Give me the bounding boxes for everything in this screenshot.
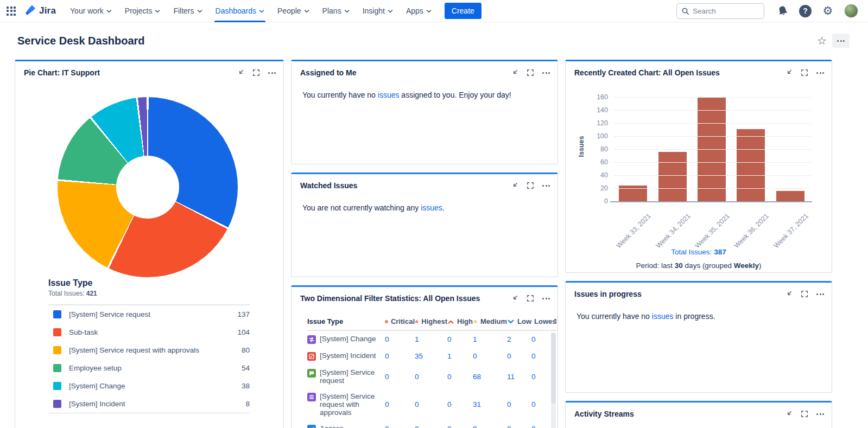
stat-value-link[interactable]: 0 <box>385 352 389 360</box>
stat-value[interactable]: 0 <box>415 373 447 381</box>
stat-value-link[interactable]: 1 <box>473 335 477 343</box>
maximize-icon[interactable] <box>801 410 808 418</box>
issues-link[interactable]: issues <box>652 312 674 321</box>
nav-item-filters[interactable]: Filters <box>167 0 208 22</box>
nav-item-plans[interactable]: Plans <box>316 0 356 22</box>
minimize-icon[interactable] <box>784 290 793 298</box>
stat-value[interactable]: 0 <box>415 425 447 428</box>
stat-value-link[interactable]: 0 <box>415 373 419 381</box>
maximize-icon[interactable] <box>801 290 808 298</box>
page-more-icon[interactable] <box>832 34 850 48</box>
more-icon[interactable] <box>542 297 550 301</box>
stat-value-link[interactable]: 0 <box>531 400 536 408</box>
stat-value-link[interactable]: 31 <box>473 400 481 408</box>
more-icon[interactable] <box>542 184 550 188</box>
stat-value-link[interactable]: 1 <box>447 352 452 360</box>
stat-value-link[interactable]: 0 <box>447 400 452 408</box>
stat-value-link[interactable]: 0 <box>473 352 477 360</box>
maximize-icon[interactable] <box>252 69 260 76</box>
stat-value-link[interactable]: 0 <box>385 335 389 343</box>
stat-value-link[interactable]: 0 <box>415 400 419 408</box>
more-icon[interactable] <box>816 292 824 296</box>
stat-value-link[interactable]: 0 <box>385 400 389 408</box>
stat-value[interactable]: 0 <box>473 352 507 360</box>
stat-value-link[interactable]: 0 <box>447 373 452 381</box>
minimize-icon[interactable] <box>510 182 518 190</box>
stat-value-link[interactable]: 0 <box>531 425 536 428</box>
table-scrollbar[interactable] <box>551 333 556 428</box>
chevron-down-icon <box>155 9 160 14</box>
stat-value-link[interactable]: 68 <box>473 373 481 381</box>
legend-item-value: 8 <box>245 400 250 408</box>
stat-value[interactable]: 0 <box>507 400 531 408</box>
user-avatar[interactable] <box>844 4 858 18</box>
more-icon[interactable] <box>268 71 276 75</box>
settings-gear-icon[interactable]: ⚙ <box>821 4 835 18</box>
stat-value[interactable]: 0 <box>385 425 415 428</box>
more-icon[interactable] <box>816 412 824 416</box>
stat-value[interactable]: 0 <box>447 335 473 343</box>
search-box[interactable] <box>676 3 764 19</box>
stat-value[interactable]: 0 <box>385 373 415 381</box>
stat-value[interactable]: 11 <box>507 373 531 381</box>
issues-link[interactable]: issues <box>378 91 400 99</box>
stat-value[interactable]: 68 <box>473 373 507 381</box>
maximize-icon[interactable] <box>527 182 534 189</box>
stat-value[interactable]: 0 <box>507 352 531 360</box>
stat-value-link[interactable]: 0 <box>447 335 452 343</box>
issues-link[interactable]: issues <box>421 203 442 212</box>
maximize-icon[interactable] <box>527 69 534 76</box>
stat-value-link[interactable]: 0 <box>531 373 536 381</box>
stat-value[interactable]: 0 <box>447 373 473 381</box>
stat-value-link[interactable]: 0 <box>415 425 419 428</box>
gridline <box>613 123 811 124</box>
stat-value[interactable]: 0 <box>447 400 473 408</box>
notifications-bell-icon[interactable] <box>774 2 791 20</box>
stat-value-link[interactable]: 35 <box>415 352 423 360</box>
stat-value-link[interactable]: 0 <box>531 335 536 343</box>
stat-value[interactable]: 2 <box>507 335 531 343</box>
stat-value-link[interactable]: 0 <box>531 352 536 360</box>
stat-value-link[interactable]: 9 <box>473 425 477 428</box>
stat-value-link[interactable]: 2 <box>507 335 511 343</box>
stat-value[interactable]: 9 <box>473 425 507 428</box>
stat-value-link[interactable]: 0 <box>447 425 452 428</box>
stat-value[interactable]: 0 <box>385 352 415 360</box>
stat-value-link[interactable]: 0 <box>507 425 511 428</box>
nav-item-people[interactable]: People <box>271 0 316 22</box>
nav-item-dashboards[interactable]: Dashboards <box>209 0 271 22</box>
stat-value-link[interactable]: 0 <box>507 352 511 360</box>
nav-item-apps[interactable]: Apps <box>400 0 438 22</box>
stat-value[interactable]: 0 <box>385 400 415 408</box>
stat-value[interactable]: 1 <box>447 352 473 360</box>
minimize-icon[interactable] <box>510 295 518 303</box>
search-input[interactable] <box>693 7 752 15</box>
minimize-icon[interactable] <box>236 69 244 77</box>
minimize-icon[interactable] <box>784 410 793 418</box>
jira-logo[interactable]: Jira <box>24 5 56 17</box>
nav-item-insight[interactable]: Insight <box>356 0 400 22</box>
stat-value[interactable]: 35 <box>415 352 447 360</box>
stat-value[interactable]: 1 <box>415 335 447 343</box>
chart-period-text: Period: last 30 days (grouped Weekly) <box>566 261 832 270</box>
create-button[interactable]: Create <box>445 3 481 19</box>
star-favorite-icon[interactable]: ☆ <box>817 35 827 46</box>
stat-value[interactable]: 31 <box>473 400 507 408</box>
more-icon[interactable] <box>542 71 550 75</box>
stat-value-link[interactable]: 0 <box>507 400 511 408</box>
stat-value[interactable]: 1 <box>473 335 507 343</box>
minimize-icon[interactable] <box>510 69 518 77</box>
app-switcher-icon[interactable] <box>7 7 16 16</box>
stat-value-link[interactable]: 1 <box>415 335 419 343</box>
stat-value[interactable]: 0 <box>385 335 415 343</box>
stat-value[interactable]: 0 <box>507 425 531 428</box>
stat-value[interactable]: 0 <box>447 425 473 428</box>
nav-item-projects[interactable]: Projects <box>118 0 167 22</box>
stat-value[interactable]: 0 <box>415 400 447 408</box>
maximize-icon[interactable] <box>527 295 534 302</box>
help-icon[interactable] <box>799 5 812 17</box>
stat-value-link[interactable]: 0 <box>385 373 389 381</box>
nav-item-your-work[interactable]: Your work <box>64 0 118 22</box>
stat-value-link[interactable]: 11 <box>507 373 515 381</box>
stat-value-link[interactable]: 0 <box>385 425 389 428</box>
